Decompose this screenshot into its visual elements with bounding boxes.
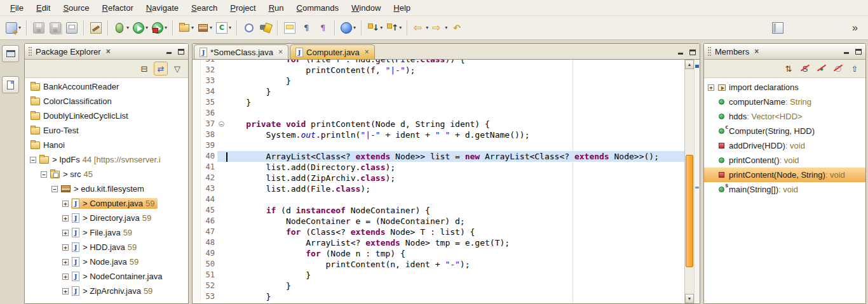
code-line-41[interactable]: 41 list.add(Directory.class); [201,162,684,173]
minimize-view-button[interactable] [166,48,172,55]
dropdown-arrow-icon[interactable]: ▾ [445,25,447,30]
overview-cursor-mark[interactable] [695,187,699,188]
code-line-51[interactable]: 51 } [201,270,684,281]
new-package-button[interactable]: ▾ [196,19,214,37]
back-button[interactable]: ▾ [411,19,430,37]
new-java-project-button[interactable]: ▾ [177,19,196,37]
menu-run[interactable]: Run [262,1,290,15]
member-item-computername[interactable]: computerName : String [704,95,865,109]
fold-ruler[interactable] [217,60,226,65]
fold-ruler[interactable] [217,151,226,162]
code-line-50[interactable]: 50 printContent(n, ident + "-"); [201,259,684,270]
tree-item-nodecontainer-java[interactable]: +J> NodeContainer.java [25,269,188,284]
line-number[interactable]: 39 [201,140,217,151]
menu-commands[interactable]: Commands [290,1,345,15]
expand-toggle-icon[interactable]: + [62,259,69,265]
dropdown-arrow-icon[interactable]: ▾ [191,25,194,30]
scroll-up-button[interactable]: ▲ [685,60,694,69]
drag-handle-icon[interactable] [29,47,32,56]
code-line-32[interactable]: 32 printContent(f, "|-"); [201,65,684,76]
menu-edit[interactable]: Edit [30,1,57,15]
line-number[interactable]: 31 [201,60,217,65]
expand-toggle-icon[interactable]: + [62,215,69,221]
dropdown-arrow-icon[interactable]: ▾ [229,25,231,30]
menu-refactor[interactable]: Refactor [96,1,140,15]
last-edit-button[interactable] [449,19,466,37]
collapse-toggle-icon[interactable]: − [30,157,36,163]
member-item-printcontent-node-string[interactable]: printContent(Node, String) : void [704,168,865,182]
line-number[interactable]: 32 [201,65,217,76]
minimized-view-button[interactable] [2,76,19,93]
dropdown-arrow-icon[interactable]: ▾ [426,25,428,30]
line-number[interactable]: 45 [201,205,217,216]
fold-ruler[interactable] [217,281,226,291]
tree-item-file-java[interactable]: +J> File.java59 [25,225,188,240]
fold-ruler[interactable] [217,173,226,183]
line-number[interactable]: 53 [201,291,217,302]
menu-file[interactable]: File [4,1,30,15]
code-line-46[interactable]: 46 NodeContainer e = (NodeContainer) d; [201,216,684,227]
fold-ruler[interactable] [217,291,226,302]
code-editor[interactable]: 31 for (File f : hdd.get(File.class)) {3… [201,60,684,303]
dropdown-arrow-icon[interactable]: ▾ [18,25,21,30]
tree-item-doublylinkedcycliclist[interactable]: DoublyLinkedCyclicList [25,109,188,123]
expand-toggle-icon[interactable]: + [62,288,69,294]
tree-item-directory-java[interactable]: +J> Directory.java59 [25,211,188,225]
new-wizard-button[interactable]: ▾ [4,19,23,37]
code-line-52[interactable]: 52 } [201,281,684,291]
line-number[interactable]: 48 [201,237,217,248]
tree-item-node-java[interactable]: +J> Node.java59 [25,254,188,269]
fold-ruler[interactable] [217,140,226,151]
show-whitespace-button[interactable] [298,19,315,37]
line-number[interactable]: 47 [201,227,217,237]
maximize-view-button[interactable] [178,49,184,55]
external-tools-run-button[interactable]: ▾ [150,19,169,37]
save-button[interactable] [31,19,47,37]
forward-button[interactable]: ▾ [430,19,449,37]
collapse-all-button[interactable]: ⊟ [137,62,151,76]
tree-item-euro-test[interactable]: Euro-Test [25,123,188,138]
overview-annotation-mark[interactable] [695,65,699,68]
menu-window[interactable]: Window [345,1,387,15]
drag-handle-icon[interactable] [708,47,711,56]
tree-item-ipdfs[interactable]: −> IpdFs44 [https://svnserver.i [25,152,188,167]
close-view-icon[interactable]: × [105,47,112,56]
expand-toggle-icon[interactable]: + [62,201,69,207]
line-number[interactable]: 50 [201,259,217,270]
fold-ruler[interactable] [217,194,226,205]
menu-search[interactable]: Search [185,1,224,15]
expand-toggle-icon[interactable]: + [708,84,714,91]
open-type-button[interactable] [241,19,257,37]
web-browser-button[interactable]: ▾ [339,19,358,37]
fold-ruler[interactable] [217,216,226,227]
line-number[interactable]: 34 [201,86,217,97]
tree-item-computer-java[interactable]: +J> Computer.java59 [25,196,188,211]
fold-ruler[interactable]: − [217,119,226,129]
line-number[interactable]: 42 [201,173,217,183]
dropdown-arrow-icon[interactable]: ▾ [380,25,383,30]
search-button[interactable] [257,19,274,37]
scrollbar-thumb[interactable] [686,155,693,267]
code-line-33[interactable]: 33 } [201,76,684,86]
scrollbar-track[interactable] [685,69,694,294]
format-paragraph-button[interactable] [315,19,331,37]
line-number[interactable]: 49 [201,248,217,259]
menu-navigate[interactable]: Navigate [140,1,185,15]
fold-ruler[interactable] [217,86,226,97]
editor-tab-computer-java[interactable]: JComputer.java× [290,44,375,59]
perspective-button[interactable] [770,19,786,37]
annotation-ruler[interactable] [193,60,201,303]
member-item-computer-string-hdd[interactable]: cComputer(String, HDD) [704,124,865,138]
tree-item-hanoi[interactable]: Hanoi [25,138,188,152]
line-number[interactable]: 41 [201,162,217,173]
tree-item-hdd-java[interactable]: +J> HDD.java59 [25,240,188,254]
line-number[interactable]: 33 [201,76,217,86]
fold-ruler[interactable] [217,227,226,237]
minimize-editor-button[interactable] [677,49,684,55]
fold-ruler[interactable] [217,205,226,216]
dropdown-arrow-icon[interactable]: ▾ [210,25,212,30]
fold-ruler[interactable] [217,65,226,76]
view-menu-button[interactable]: ▽ [170,62,184,76]
code-line-42[interactable]: 42 list.add(ZipArchiv.class); [201,173,684,183]
code-line-49[interactable]: 49 for (Node n : tmp) { [201,248,684,259]
